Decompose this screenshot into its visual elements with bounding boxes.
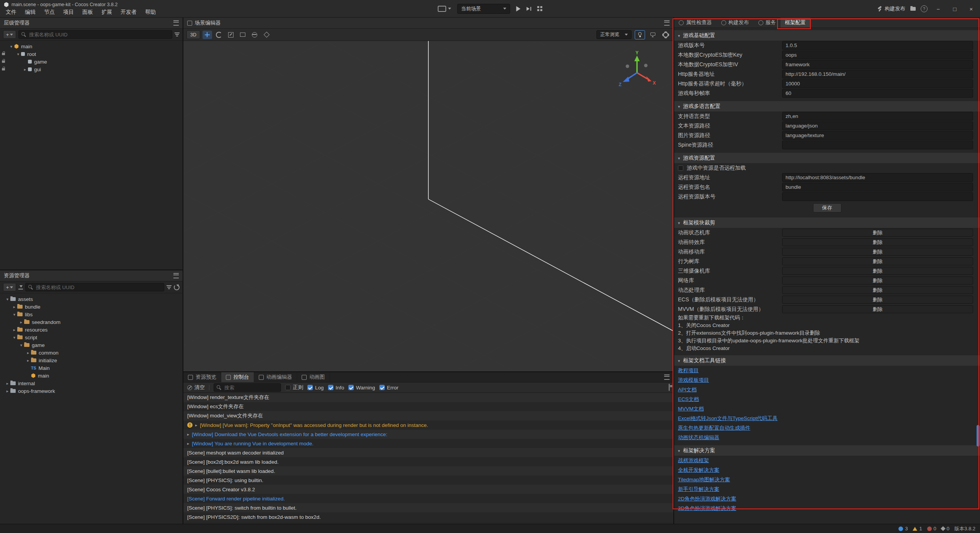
tab-框架配置[interactable]: 框架配置 [781, 18, 810, 28]
scene-select[interactable]: 当前场景 [457, 4, 510, 14]
assets-search-input[interactable] [35, 284, 161, 291]
hierarchy-node-main[interactable]: ▾main [0, 43, 183, 50]
section-header[interactable]: ▾框架解决方案 [674, 445, 980, 456]
layout-button[interactable] [537, 6, 542, 11]
asset-node-libs[interactable]: ▾libs [0, 311, 183, 318]
doc-link-2D角色扮演游戏解决方案[interactable]: 2D角色扮演游戏解决方案 [674, 494, 980, 504]
error-count-badge[interactable]: 0 [927, 526, 936, 531]
checkbox-log[interactable] [307, 385, 313, 390]
delete-button-动画状态机库[interactable]: 删除 [782, 229, 973, 237]
filter-log[interactable]: Log [307, 385, 324, 391]
property-input-本地数据CryptoES加密IV[interactable] [782, 60, 973, 69]
expand-arrow-icon[interactable]: ▸ [195, 423, 197, 427]
asset-node-resources[interactable]: ▸resources [0, 326, 183, 334]
expand-arrow-icon[interactable]: ▸ [22, 67, 28, 72]
tab-anim-graph[interactable]: 动画图 [297, 372, 330, 382]
rotate-tool-button[interactable] [214, 31, 224, 39]
console-message[interactable]: [Scene] [PHYSICS]: switch from builtin t… [183, 503, 673, 512]
delete-button-动画移动库[interactable]: 删除 [782, 248, 973, 256]
asset-node-script[interactable]: ▾script [0, 334, 183, 341]
doc-link-原生包热更新配置自动生成插件[interactable]: 原生包热更新配置自动生成插件 [674, 423, 980, 433]
property-input-远程资源地址[interactable] [782, 173, 973, 182]
menu-item-文件[interactable]: 文件 [2, 8, 21, 16]
delete-button-三维摄像机库[interactable]: 删除 [782, 267, 973, 275]
panel-menu-icon[interactable] [173, 273, 179, 278]
delete-button-网络库[interactable]: 删除 [782, 276, 973, 284]
save-button[interactable]: 保存 [813, 203, 841, 213]
step-button[interactable] [527, 7, 531, 11]
menu-item-编辑[interactable]: 编辑 [21, 8, 40, 16]
expand-arrow-icon[interactable]: ▾ [18, 343, 24, 347]
tab-console[interactable]: 控制台 [221, 372, 254, 382]
expand-arrow-icon[interactable]: ▸ [11, 304, 17, 309]
help-icon[interactable]: ? [921, 5, 928, 12]
hierarchy-filter-icon[interactable] [175, 33, 180, 37]
filter-error[interactable]: Error [379, 385, 399, 391]
doc-link-ECS文档[interactable]: ECS文档 [674, 394, 980, 404]
asset-node-seedrandom[interactable]: ▸seedrandom [0, 318, 183, 326]
delete-button-动态处理库[interactable]: 删除 [782, 286, 973, 294]
delete-button-行为树库[interactable]: 删除 [782, 257, 973, 265]
info-count-badge[interactable]: 3 [898, 526, 908, 531]
doc-link-动画状态机编辑器[interactable]: 动画状态机编辑器 [674, 433, 980, 442]
section-header[interactable]: ▾框架模块裁剪 [674, 217, 980, 228]
project-folder-icon[interactable] [910, 7, 916, 11]
menu-item-开发者[interactable]: 开发者 [116, 8, 141, 16]
expand-arrow-icon[interactable]: ▸ [187, 441, 189, 446]
console-message[interactable]: ▸[Window] You are running Vue in develop… [183, 439, 673, 448]
asset-node-main[interactable]: main [0, 372, 183, 379]
expand-arrow-icon[interactable]: ▸ [18, 320, 24, 324]
console-message[interactable]: !▸[Window] [Vue warn]: Property "onInput… [183, 420, 673, 430]
rect-tool-button[interactable] [238, 31, 248, 39]
import-asset-icon[interactable] [18, 285, 23, 289]
minimize-button[interactable]: − [933, 3, 944, 15]
expand-arrow-icon[interactable]: ▸ [5, 389, 10, 393]
doc-link-API文档[interactable]: API文档 [674, 385, 980, 394]
console-message[interactable]: [Scene] [PHYSICS2D]: switch from box2d-w… [183, 512, 673, 522]
assets-filter-icon[interactable] [167, 285, 172, 289]
menu-item-扩展[interactable]: 扩展 [97, 8, 116, 16]
remote-load-checkbox[interactable] [678, 165, 683, 171]
tab-preview[interactable]: 资源预览 [183, 372, 221, 382]
doc-link-新手引导解决方案[interactable]: 新手引导解决方案 [674, 484, 980, 494]
doc-link-游戏模板项目[interactable]: 游戏模板项目 [674, 375, 980, 385]
expand-arrow-icon[interactable]: ▸ [5, 381, 10, 386]
asset-node-initialize[interactable]: ▸initialize [0, 356, 183, 364]
console-export-button[interactable] [669, 384, 670, 391]
scene-settings-button[interactable] [661, 31, 670, 39]
menu-item-帮助[interactable]: 帮助 [141, 8, 160, 16]
asset-node-assets[interactable]: ▾assets [0, 295, 183, 303]
regex-toggle[interactable]: 正则 [285, 384, 303, 391]
panel-menu-icon[interactable] [664, 374, 670, 380]
hierarchy-node-game[interactable]: game [0, 58, 183, 65]
console-message[interactable]: [Scene] Forward render pipeline initiali… [183, 494, 673, 503]
section-header[interactable]: ▾游戏多语言配置 [674, 101, 980, 111]
close-button[interactable]: × [965, 3, 977, 15]
console-message[interactable]: [Window] ecs文件夹存在 [183, 402, 673, 411]
checkbox-warning[interactable] [348, 385, 354, 390]
snap-tool-button[interactable] [262, 31, 271, 39]
menu-item-节点[interactable]: 节点 [40, 8, 59, 16]
scene-viewport[interactable]: Y X Z [183, 41, 673, 371]
property-input-Http服务器地址[interactable] [782, 70, 973, 78]
console-message[interactable]: [Scene] [box2d]:box2d wasm lib loaded. [183, 457, 673, 466]
console-message[interactable]: ▸[Window] Download the Vue Devtools exte… [183, 430, 673, 439]
checkbox-error[interactable] [379, 385, 385, 390]
clear-console-button[interactable]: 清空 [187, 384, 205, 391]
doc-link-MVVM文档[interactable]: MVVM文档 [674, 404, 980, 414]
console-message[interactable]: [Scene] meshopt wasm decoder initialized [183, 448, 673, 457]
maximize-button[interactable]: □ [949, 3, 960, 15]
panel-menu-icon[interactable] [173, 20, 179, 26]
expand-arrow-icon[interactable]: ▸ [25, 358, 31, 363]
expand-arrow-icon[interactable]: ▾ [15, 52, 21, 56]
view-mode-select[interactable]: 正常浏览 [596, 30, 632, 39]
console-message[interactable]: [Window] render_texture文件夹存在 [183, 393, 673, 402]
doc-link-3D角色扮演游戏解决方案[interactable]: 3D角色扮演游戏解决方案 [674, 504, 980, 513]
delete-button-ECS（删除后模板项目无法使用）[interactable]: 删除 [782, 296, 973, 304]
hierarchy-node-gui[interactable]: ▸gui [0, 65, 183, 73]
scene-display-button[interactable] [648, 31, 658, 39]
tab-服务[interactable]: 服务 [754, 18, 781, 28]
create-asset-button[interactable]: + [3, 283, 16, 291]
asset-node-oops-framework[interactable]: ▸oops-framework [0, 387, 183, 395]
property-input-图片资源路径[interactable] [782, 131, 973, 140]
